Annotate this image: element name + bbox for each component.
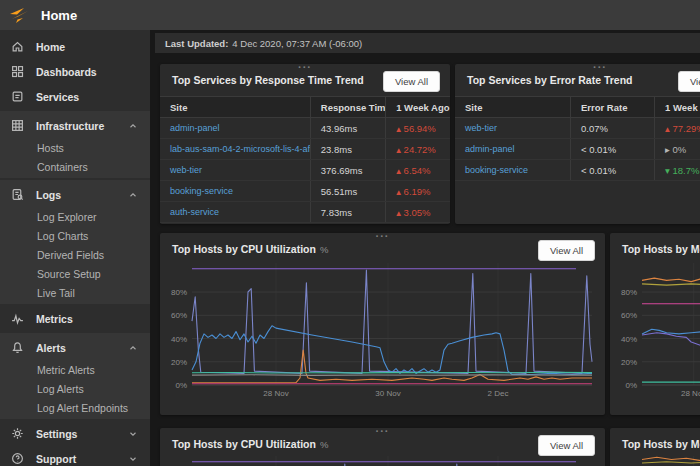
panel-response-time-trend: Top Services by Response Time Trend View… xyxy=(160,64,450,224)
column-header-response-time[interactable]: Response Time xyxy=(311,97,386,117)
infrastructure-icon xyxy=(11,119,26,132)
sidebar-item-log-charts[interactable]: Log Charts xyxy=(0,226,150,245)
sidebar-item-dashboards[interactable]: Dashboards xyxy=(0,59,150,84)
sidebar-item-metric-alerts[interactable]: Metric Alerts xyxy=(0,360,150,379)
site-link[interactable]: lab-aus-sam-04-2-microsoft-lis-4-afrepor… xyxy=(170,144,311,155)
x-axis-labels: 28 Nov30 Nov2 Dec xyxy=(642,385,700,399)
y-axis-labels: 0%20%40%60%80% xyxy=(166,263,190,385)
series-s5-line xyxy=(192,372,592,373)
y-tick-label: 40% xyxy=(621,335,637,344)
trend-value: ▸ 0% xyxy=(655,139,700,159)
column-header-error-rate[interactable]: Error Rate xyxy=(571,97,655,117)
panel-error-rate-trend: Top Services by Error Rate Trend View Al… xyxy=(455,64,700,224)
series-s1-line xyxy=(642,278,700,282)
response-time-value: 23.8ms xyxy=(311,139,386,159)
site-link[interactable]: web-tier xyxy=(170,165,202,176)
chevron-up-icon xyxy=(128,343,138,353)
y-tick-label: 80% xyxy=(621,288,637,297)
sidebar-item-label: Support xyxy=(36,453,76,465)
table-header: Site Error Rate 1 Week Ago xyxy=(455,96,700,118)
table-row: web-tier 376.69ms ▴ 6.54% xyxy=(160,160,450,181)
memory-utilization-chart[interactable] xyxy=(642,456,700,466)
trend-value: ▴ 3.05% xyxy=(386,202,450,222)
gear-icon xyxy=(11,427,26,440)
panel-title: Top Hosts by Memory Utilization% xyxy=(622,438,700,450)
y-tick-label: 60% xyxy=(171,311,187,320)
view-all-button[interactable]: View All xyxy=(538,435,595,456)
site-link[interactable]: admin-panel xyxy=(465,144,515,155)
table-row: admin-panel 43.96ms ▴ 56.94% xyxy=(160,118,450,139)
y-axis-labels: 0%20%40%60%80% xyxy=(166,456,190,466)
series-s2-line xyxy=(642,462,700,463)
solarwinds-logo-icon[interactable] xyxy=(9,7,31,24)
panel-title: Top Services by Response Time Trend xyxy=(172,74,364,86)
sidebar-item-derived-fields[interactable]: Derived Fields xyxy=(0,245,150,264)
sidebar-item-infrastructure[interactable]: Infrastructure xyxy=(0,113,150,138)
y-tick-label: 60% xyxy=(621,311,637,320)
column-header-site[interactable]: Site xyxy=(160,97,311,117)
page-title: Home xyxy=(41,8,77,23)
sidebar-item-home[interactable]: Home xyxy=(0,34,150,59)
sidebar-item-metrics[interactable]: Metrics xyxy=(0,306,150,331)
sidebar-group-infrastructure: Infrastructure Hosts Containers xyxy=(0,111,150,178)
drag-handle-icon[interactable] xyxy=(376,426,390,436)
x-axis-labels: 28 Nov30 Nov2 Dec xyxy=(192,385,592,399)
column-header-week-ago[interactable]: 1 Week Ago xyxy=(655,97,700,117)
cpu-chart-plot: 0%20%40%60%80% 28 Nov30 Nov2 Dec xyxy=(166,456,598,466)
sidebar-item-alerts[interactable]: Alerts xyxy=(0,335,150,360)
sidebar-item-source-setup[interactable]: Source Setup xyxy=(0,264,150,283)
site-link[interactable]: admin-panel xyxy=(170,123,220,134)
drag-handle-icon[interactable] xyxy=(298,62,312,72)
sidebar-item-logs[interactable]: Logs xyxy=(0,182,150,207)
metrics-icon xyxy=(11,312,26,325)
series-s2-line xyxy=(642,284,700,285)
trend-value: ▴ 77.29% xyxy=(655,118,700,138)
panel-memory-utilization-top: Top Hosts by Memory Utilization% View Al… xyxy=(610,233,700,415)
cpu-utilization-chart[interactable] xyxy=(192,263,592,385)
table-row: web-tier 0.07% ▴ 77.29% xyxy=(455,118,700,139)
series-s1-line xyxy=(642,457,700,460)
x-tick-label: 28 Nov xyxy=(263,389,288,398)
sidebar-item-log-explorer[interactable]: Log Explorer xyxy=(0,207,150,226)
sidebar-item-label: Logs xyxy=(36,189,61,201)
sidebar-item-settings[interactable]: Settings xyxy=(0,421,150,446)
site-link[interactable]: auth-service xyxy=(170,207,219,218)
top-bar: Home xyxy=(0,0,700,30)
sidebar-item-hosts[interactable]: Hosts xyxy=(0,138,150,157)
sidebar-item-services[interactable]: Services xyxy=(0,84,150,109)
response-time-value: 7.83ms xyxy=(311,202,386,222)
x-tick-label: 2 Dec xyxy=(488,389,509,398)
sidebar-item-log-alert-endpoints[interactable]: Log Alert Endpoints xyxy=(0,398,150,417)
view-all-button[interactable]: View All xyxy=(678,71,700,92)
sidebar-item-containers[interactable]: Containers xyxy=(0,157,150,176)
sidebar-item-support[interactable]: Support xyxy=(0,446,150,466)
sidebar-item-label: Home xyxy=(36,41,65,53)
x-tick-label: 30 Nov xyxy=(375,389,400,398)
memory-chart-plot: 0%20%40%60%80% 28 Nov30 Nov2 Dec xyxy=(616,263,700,403)
site-link[interactable]: booking-service xyxy=(170,186,233,197)
drag-handle-icon[interactable] xyxy=(593,62,607,72)
sidebar-item-log-alerts[interactable]: Log Alerts xyxy=(0,379,150,398)
memory-utilization-chart[interactable] xyxy=(642,263,700,385)
column-header-site[interactable]: Site xyxy=(455,97,571,117)
chevron-up-icon xyxy=(128,121,138,131)
error-rate-value: < 0.01% xyxy=(571,139,655,159)
view-all-button[interactable]: View All xyxy=(383,71,440,92)
y-tick-label: 20% xyxy=(171,358,187,367)
table-row: admin-panel < 0.01% ▸ 0% xyxy=(455,139,700,160)
column-header-week-ago[interactable]: 1 Week Ago xyxy=(386,97,450,117)
series-s2-line xyxy=(192,270,592,373)
view-all-button[interactable]: View All xyxy=(538,240,595,261)
panel-title: Top Hosts by CPU Utilization% xyxy=(172,438,328,450)
site-link[interactable]: booking-service xyxy=(465,165,528,176)
series-s4-line xyxy=(192,350,592,383)
last-updated-bar: Last Updated: 4 Dec 2020, 07:37 AM (-06:… xyxy=(155,33,700,53)
drag-handle-icon[interactable] xyxy=(376,231,390,241)
site-link[interactable]: web-tier xyxy=(465,123,497,134)
panel-title: Top Hosts by Memory Utilization% xyxy=(622,243,700,255)
sidebar-item-live-tail[interactable]: Live Tail xyxy=(0,283,150,302)
main-content: Last Updated: 4 Dec 2020, 07:37 AM (-06:… xyxy=(150,30,700,466)
chevron-down-icon xyxy=(128,454,138,464)
cpu-utilization-chart[interactable] xyxy=(192,456,592,466)
y-tick-label: 20% xyxy=(621,358,637,367)
